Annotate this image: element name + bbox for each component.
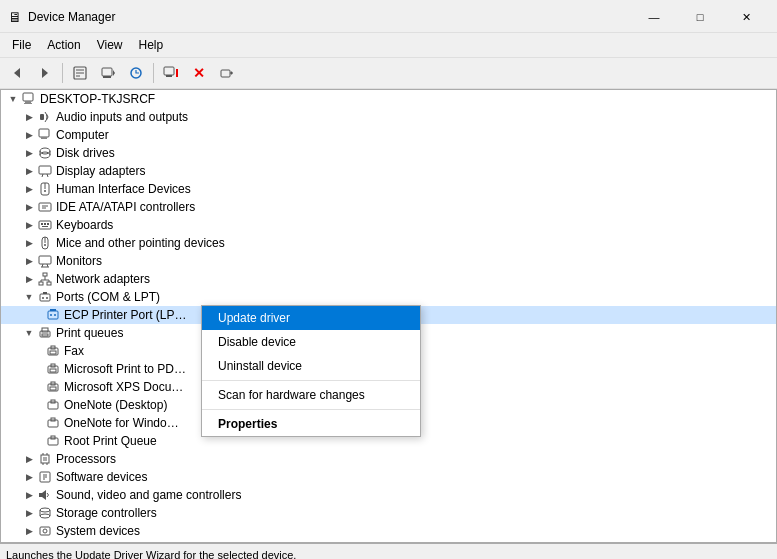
scan-icon [128,65,144,81]
tree-processors[interactable]: ▶ Processors [1,450,776,468]
svg-rect-58 [48,311,58,319]
onenotew-icon [45,415,61,431]
keyboard-icon [37,217,53,233]
svg-rect-37 [44,223,46,225]
toolbar-scan-button[interactable] [123,61,149,85]
minimize-button[interactable]: — [631,6,677,28]
app-icon: 🖥 [8,9,22,25]
toolbar-display-button[interactable] [158,61,184,85]
device-tree[interactable]: ▼ DESKTOP-TKJSRCF ▶ Audio inputs and out… [0,89,777,543]
toolbar-sep-1 [62,63,63,83]
main-content: ▼ DESKTOP-TKJSRCF ▶ Audio inputs and out… [0,89,777,543]
tree-audio[interactable]: ▶ Audio inputs and outputs [1,108,776,126]
usb-expand[interactable]: ▶ [21,541,37,543]
sys-expand[interactable]: ▶ [21,523,37,539]
mspdf-label: Microsoft Print to PD… [64,362,186,376]
svg-rect-26 [39,166,51,174]
svg-rect-20 [39,129,49,137]
stor-expand[interactable]: ▶ [21,505,37,521]
svg-marker-0 [14,68,20,78]
menu-action[interactable]: Action [39,35,88,55]
ctx-uninstall[interactable]: Uninstall device [202,354,420,378]
svg-point-57 [46,297,48,299]
mice-label: Mice and other pointing devices [56,236,225,250]
sound-expand[interactable]: ▶ [21,487,37,503]
svg-rect-81 [43,457,47,461]
tree-ide[interactable]: ▶ IDE ATA/ATAPI controllers [1,198,776,216]
tree-hid[interactable]: ▶ Human Interface Devices [1,180,776,198]
svg-rect-39 [42,226,48,227]
title-bar-controls: — □ ✕ [631,6,769,28]
svg-rect-36 [41,223,43,225]
network-expand[interactable]: ▶ [21,271,37,287]
tree-keyboard[interactable]: ▶ Keyboards [1,216,776,234]
ctx-disable[interactable]: Disable device [202,330,420,354]
tree-mice[interactable]: ▶ Mice and other pointing devices [1,234,776,252]
tree-network[interactable]: ▶ Network adapters [1,270,776,288]
disk-expand[interactable]: ▶ [21,145,37,161]
xps-icon [45,379,61,395]
svg-rect-18 [24,103,32,104]
network-label: Network adapters [56,272,150,286]
svg-rect-7 [103,76,111,78]
root-expand[interactable]: ▼ [5,91,21,107]
display-expand[interactable]: ▶ [21,163,37,179]
ctx-scan[interactable]: Scan for hardware changes [202,383,420,407]
ports-icon [37,289,53,305]
menu-bar: File Action View Help [0,33,777,58]
mice-expand[interactable]: ▶ [21,235,37,251]
tree-sound[interactable]: ▶ Sound, video and game controllers [1,486,776,504]
pq-label: Print queues [56,326,123,340]
svg-rect-13 [221,70,230,77]
hid-icon [37,181,53,197]
toolbar-forward-button[interactable] [32,61,58,85]
toolbar-delete-button[interactable]: ✕ [186,61,212,85]
svg-marker-1 [42,68,48,78]
toolbar-update-button[interactable] [95,61,121,85]
tree-computer[interactable]: ▶ Computer [1,126,776,144]
update-icon [100,65,116,81]
pq-expand[interactable]: ▼ [21,325,37,341]
tree-root[interactable]: ▼ DESKTOP-TKJSRCF [1,90,776,108]
menu-help[interactable]: Help [131,35,172,55]
properties-icon [72,65,88,81]
keyboard-expand[interactable]: ▶ [21,217,37,233]
tree-software[interactable]: ▶ Software devices [1,468,776,486]
monitors-expand[interactable]: ▶ [21,253,37,269]
menu-file[interactable]: File [4,35,39,55]
svg-rect-16 [23,93,33,101]
computer-expand[interactable]: ▶ [21,127,37,143]
ctx-disable-label: Disable device [218,335,296,349]
tree-display[interactable]: ▶ Display adapters [1,162,776,180]
svg-point-56 [42,297,44,299]
toolbar-back-button[interactable] [4,61,30,85]
tree-usb[interactable]: ▶ Universal Serial Bus controllers [1,540,776,543]
sw-expand[interactable]: ▶ [21,469,37,485]
audio-expand[interactable]: ▶ [21,109,37,125]
ports-expand[interactable]: ▼ [21,289,37,305]
maximize-button[interactable]: □ [677,6,723,28]
tree-ports[interactable]: ▼ Ports (COM & LPT) [1,288,776,306]
ide-expand[interactable]: ▶ [21,199,37,215]
tree-monitors[interactable]: ▶ Monitors [1,252,776,270]
storage-icon [37,505,53,521]
close-button[interactable]: ✕ [723,6,769,28]
toolbar-add-button[interactable] [214,61,240,85]
tree-disk[interactable]: ▶ Disk drives [1,144,776,162]
tree-system[interactable]: ▶ System devices [1,522,776,540]
ctx-update[interactable]: Update driver [202,306,420,330]
proc-expand[interactable]: ▶ [21,451,37,467]
hid-expand[interactable]: ▶ [21,181,37,197]
monitors-label: Monitors [56,254,102,268]
display-label: Display adapters [56,164,145,178]
svg-point-25 [40,152,50,158]
menu-view[interactable]: View [89,35,131,55]
toolbar-properties-button[interactable] [67,61,93,85]
svg-point-95 [40,514,50,518]
fax-label: Fax [64,344,84,358]
network-icon [37,271,53,287]
tree-storage[interactable]: ▶ Storage controllers [1,504,776,522]
onenote-label: OneNote (Desktop) [64,398,167,412]
svg-rect-96 [40,527,50,535]
ctx-properties[interactable]: Properties [202,412,420,436]
